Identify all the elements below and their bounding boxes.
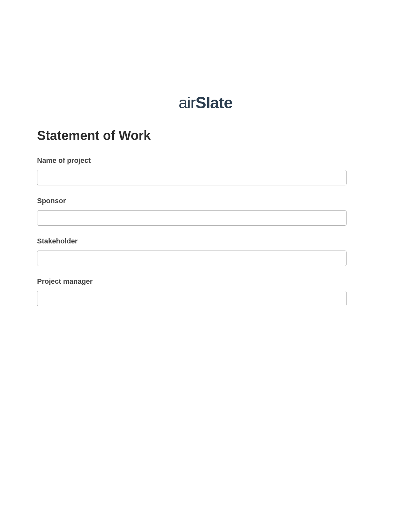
label-sponsor: Sponsor bbox=[37, 197, 374, 205]
logo-suffix: Slate bbox=[196, 94, 233, 112]
logo: airSlate bbox=[37, 94, 374, 112]
input-project-name[interactable] bbox=[37, 170, 347, 185]
form-group-project-name: Name of project bbox=[37, 156, 374, 185]
logo-text: airSlate bbox=[179, 94, 232, 112]
label-project-manager: Project manager bbox=[37, 277, 374, 286]
label-stakeholder: Stakeholder bbox=[37, 237, 374, 245]
document-container: airSlate Statement of Work Name of proje… bbox=[0, 0, 411, 306]
form-group-stakeholder: Stakeholder bbox=[37, 237, 374, 266]
form-group-sponsor: Sponsor bbox=[37, 197, 374, 226]
label-project-name: Name of project bbox=[37, 156, 374, 165]
page-title: Statement of Work bbox=[37, 128, 374, 143]
form-group-project-manager: Project manager bbox=[37, 277, 374, 306]
input-project-manager[interactable] bbox=[37, 291, 347, 306]
input-sponsor[interactable] bbox=[37, 210, 347, 226]
logo-prefix: air bbox=[179, 94, 196, 112]
input-stakeholder[interactable] bbox=[37, 251, 347, 266]
